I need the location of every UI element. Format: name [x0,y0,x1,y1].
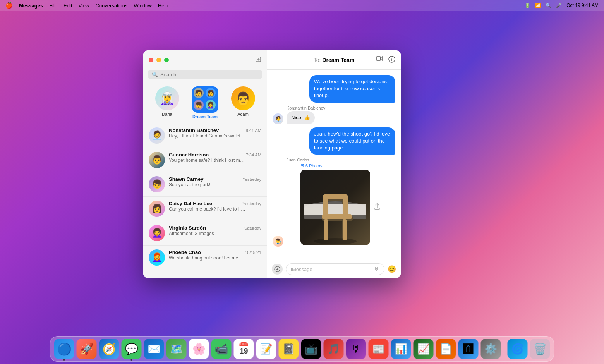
chat-input-area: iMessage 🎙 😊 [267,260,401,278]
sender-name-konstantin: Konstantin Babichev [287,106,395,110]
conv-item-konstantin[interactable]: 🧑‍💼 Konstantin Babichev 9:41 AM Hey, I t… [143,124,267,148]
message-2: Nice! 👍 [287,111,315,124]
pinned-contact-darla[interactable]: 🧝‍♀️ Darla [155,86,179,119]
dock-item-trash[interactable]: 🗑️ [530,339,550,359]
photo-count: 6 Photos [305,163,322,168]
dock: 🔵 🚀 🧭 💬 ✉️ 🗺️ 🌸 📹 OCT 19 [50,336,554,362]
menu-window[interactable]: Window [134,3,152,9]
conv-item-gunnar[interactable]: 👨 Gunnar Harrison 7:34 AM You get home s… [143,148,267,172]
conv-content-phoebe: Phoebe Chao 10/15/21 We should hang out … [169,249,261,261]
pinned-contact-adam[interactable]: 👨 Adam [231,86,255,119]
menubar-right: 🔋 📶 🔍 🎤 Oct 19 9:41 AM [525,3,599,8]
conv-avatar-shawn: 👦 [149,176,165,192]
conv-name-shawn: Shawn Carney [169,176,204,182]
dock-item-facetime[interactable]: 📹 [211,339,232,359]
sidebar: 🔍 🧝‍♀️ Darla 🧑 👩 [143,50,267,278]
message-input-container[interactable]: iMessage 🎙 [286,263,384,275]
message-4-wrapper: Juan Carlos 👨‍🎨 ⊞ 6 Photos [273,158,395,247]
dock-item-screensaver[interactable]: 🌀 [508,339,528,359]
video-call-icon[interactable] [376,56,383,64]
pinned-avatar-dream-team: 🧑 👩 👦 👩‍🦱 [192,86,218,113]
pinned-name-adam: Adam [237,112,249,117]
chat-recipient: Dream Team [322,57,354,63]
apple-menu[interactable]: 🍎 [5,2,13,9]
conv-time-gunnar: 7:34 AM [246,153,261,157]
conv-content-konstantin: Konstantin Babichev 9:41 AM Hey, I think… [169,127,261,139]
menu-file[interactable]: File [49,3,57,9]
menubar-left: 🍎 Messages File Edit View Conversations … [5,2,168,9]
conv-item-virginia[interactable]: 👩‍🦱 Virginia Sardón Saturday Attachment:… [143,221,267,246]
sidebar-titlebar [143,50,267,70]
search-input[interactable] [160,72,258,77]
message-1: We've been trying to get designs togethe… [309,75,395,103]
conv-name-phoebe: Phoebe Chao [169,249,201,255]
dock-item-music[interactable]: 🎵 [324,339,344,359]
conv-item-daisy[interactable]: 👩 Daisy Dal Hae Lee Yesterday Can you ca… [143,197,267,221]
dock-item-launchpad[interactable]: 🚀 [77,339,97,359]
chat-header: To: Dream Team [267,50,401,70]
conv-time-shawn: Yesterday [242,177,261,182]
dock-divider [504,343,504,359]
dock-item-appstore[interactable]: 🅰 [458,339,479,359]
input-placeholder: iMessage [291,266,312,272]
dock-dot-finder [63,359,65,361]
sender-avatar-konstantin: 🧑‍💼 [273,113,283,124]
clock: Oct 19 9:41 AM [566,3,599,8]
search-bar[interactable]: 🔍 [148,70,262,79]
conv-preview-phoebe: We should hang out soon! Let me know. [169,255,246,261]
pinned-avatar-adam: 👨 [231,86,255,110]
dock-item-pages[interactable]: 📄 [436,339,456,359]
apps-button[interactable] [272,264,283,275]
chat-header-icons [376,56,395,64]
dock-item-sysprefs[interactable]: ⚙️ [481,339,501,359]
compose-button[interactable] [255,56,261,64]
conv-name-daisy: Daisy Dal Hae Lee [169,201,212,206]
dock-item-tv[interactable]: 📺 [301,339,321,359]
menu-help[interactable]: Help [158,3,168,9]
share-button[interactable] [373,203,381,212]
audio-icon[interactable]: 🎙 [374,266,379,272]
dock-item-numbers[interactable]: 📈 [414,339,434,359]
info-icon[interactable] [388,56,395,64]
dock-item-notes[interactable]: 📓 [279,339,299,359]
grid-icon: ⊞ [300,163,304,168]
menu-view[interactable]: View [79,3,89,9]
conv-item-phoebe[interactable]: 👩‍🦰 Phoebe Chao 10/15/21 We should hang … [143,246,267,270]
dock-item-reminders[interactable]: 📝 [256,339,276,359]
dock-item-finder[interactable]: 🔵 [54,339,74,359]
close-button[interactable] [149,58,153,62]
conv-content-shawn: Shawn Carney Yesterday See you at the pa… [169,176,261,187]
dock-item-safari[interactable]: 🧭 [99,339,119,359]
dock-item-maps[interactable]: 🗺️ [166,339,187,359]
dock-item-photos[interactable]: 🌸 [189,339,209,359]
dock-item-keynote[interactable]: 📊 [391,339,411,359]
dock-item-mail[interactable]: ✉️ [144,339,164,359]
dock-item-messages[interactable]: 💬 [122,339,142,359]
menu-conversations[interactable]: Conversations [95,3,127,9]
conv-content-gunnar: Gunnar Harrison 7:34 AM You get home saf… [169,152,261,163]
conv-preview-daisy: Can you call me back? I'd love to hear m… [169,206,246,212]
conv-name-gunnar: Gunnar Harrison [169,152,209,158]
chat-header-title: To: Dream Team [314,57,355,63]
conv-preview-konstantin: Hey, I think I found Gunnar's wallet. It… [169,133,246,139]
chat-to-label: To: [314,57,321,63]
siri-icon[interactable]: 🎤 [556,3,562,8]
sender-name-juan: Juan Carlos [287,158,395,162]
conv-item-shawn[interactable]: 👦 Shawn Carney Yesterday See you at the … [143,172,267,197]
conv-avatar-daisy: 👩 [149,201,165,217]
pinned-name-dream-team: Dream Team [192,114,218,119]
dock-item-calendar[interactable]: OCT 19 [234,339,254,359]
photo-grid[interactable] [300,170,370,245]
pinned-contacts: 🧝‍♀️ Darla 🧑 👩 👦 👩‍🦱 Dream Team [143,83,267,124]
dock-item-podcasts[interactable]: 🎙 [346,339,366,359]
dock-item-news[interactable]: 📰 [369,339,389,359]
pinned-contact-dream-team[interactable]: 🧑 👩 👦 👩‍🦱 Dream Team [192,86,218,119]
maximize-button[interactable] [164,58,169,62]
search-icon[interactable]: 🔍 [546,3,551,8]
minimize-button[interactable] [156,58,161,62]
photo-label: ⊞ 6 Photos [300,163,370,168]
app-name[interactable]: Messages [19,3,43,9]
conv-preview-shawn: See you at the park! [169,182,246,187]
menu-edit[interactable]: Edit [63,3,72,9]
emoji-button[interactable]: 😊 [388,265,396,273]
